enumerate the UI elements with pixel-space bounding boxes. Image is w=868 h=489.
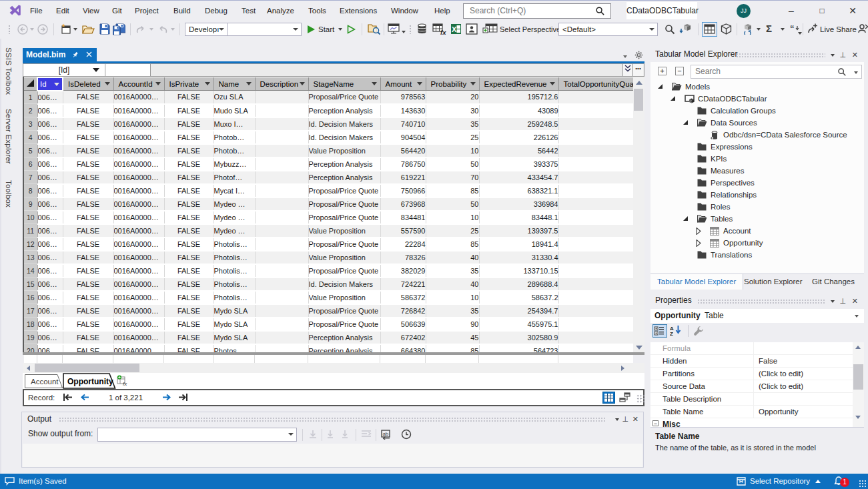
svg-text:“: “ bbox=[790, 24, 795, 33]
svg-text:fx: fx bbox=[440, 29, 446, 35]
svg-text:fx: fx bbox=[123, 381, 127, 387]
svg-text:Account: Account bbox=[31, 378, 59, 386]
svg-text:Z: Z bbox=[670, 331, 673, 336]
svg-text:Opportunity: Opportunity bbox=[67, 377, 113, 386]
svg-text:X: X bbox=[452, 25, 457, 33]
svg-text:ab: ab bbox=[382, 431, 388, 437]
